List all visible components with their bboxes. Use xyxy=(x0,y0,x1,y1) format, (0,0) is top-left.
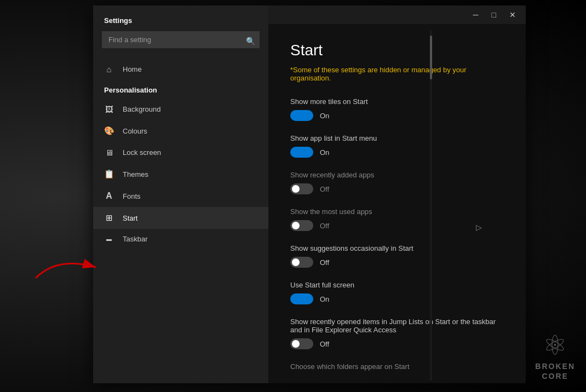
sidebar-item-label-fonts: Fonts xyxy=(123,192,141,200)
toggle-recent-items[interactable] xyxy=(290,338,313,349)
personalisation-label: Personalisation xyxy=(93,82,268,99)
search-input[interactable] xyxy=(102,31,260,48)
setting-suggestions: Show suggestions occasionally in Start O… xyxy=(290,244,504,268)
sidebar-item-label-lock-screen: Lock screen xyxy=(123,148,161,157)
taskbar-icon: ▬ xyxy=(104,236,114,242)
sidebar-item-colours[interactable]: 🎨 Colours xyxy=(93,120,268,142)
toggle-recently-added[interactable] xyxy=(290,183,313,194)
setting-most-used: Show the most used apps Off ▷ xyxy=(290,207,504,231)
content-area: Start *Some of these settings are hidden… xyxy=(268,24,526,383)
sidebar-item-background[interactable]: 🖼 Background xyxy=(93,99,268,120)
lock-screen-icon: 🖥 xyxy=(104,148,114,157)
toggle-value-app-list: On xyxy=(320,148,329,157)
toggle-value-suggestions: Off xyxy=(320,258,329,267)
toggle-value-more-tiles: On xyxy=(320,112,329,120)
sidebar-item-lock-screen[interactable]: 🖥 Lock screen xyxy=(93,142,268,163)
setting-more-tiles: Show more tiles on Start On xyxy=(290,97,504,121)
sidebar-item-label-taskbar: Taskbar xyxy=(123,235,148,243)
search-container: 🔍 xyxy=(93,31,268,57)
home-label: Home xyxy=(123,65,142,73)
main-content: ─ □ ✕ Start *Some of these settings are … xyxy=(268,5,526,383)
setting-label-app-list: Show app list in Start menu xyxy=(290,134,504,142)
sidebar-item-home[interactable]: ⌂ Home xyxy=(93,57,268,82)
settings-window: Settings 🔍 ⌂ Home Personalisation 🖼 Back… xyxy=(93,5,526,383)
chevron-right-icon: ▷ xyxy=(476,223,482,232)
setting-label-full-screen: Use Start full screen xyxy=(290,281,504,289)
setting-label-recently-added: Show recently added apps xyxy=(290,171,504,179)
toggle-suggestions[interactable] xyxy=(290,257,313,268)
sidebar-item-label-start: Start xyxy=(123,214,137,222)
background-icon: 🖼 xyxy=(104,105,114,114)
sidebar-title: Settings xyxy=(93,5,268,31)
setting-label-most-used: Show the most used apps xyxy=(290,207,504,216)
minimize-button[interactable]: ─ xyxy=(470,10,482,20)
setting-recent-items: Show recently opened items in Jump Lists… xyxy=(290,318,504,349)
toggle-value-recent-items: Off xyxy=(320,340,329,348)
sidebar-item-themes[interactable]: 📋 Themes xyxy=(93,163,268,185)
themes-icon: 📋 xyxy=(104,169,114,179)
start-icon: ⊞ xyxy=(104,213,114,223)
search-button[interactable]: 🔍 xyxy=(245,36,256,47)
toggle-most-used[interactable] xyxy=(290,220,313,231)
sidebar-item-taskbar[interactable]: ▬ Taskbar xyxy=(93,229,268,249)
sidebar-item-label-background: Background xyxy=(123,105,160,113)
setting-recently-added: Show recently added apps Off xyxy=(290,171,504,194)
colours-icon: 🎨 xyxy=(104,126,114,136)
close-button[interactable]: ✕ xyxy=(506,10,519,20)
title-bar: ─ □ ✕ xyxy=(268,5,526,24)
sidebar-item-start[interactable]: ⊞ Start xyxy=(93,207,268,229)
page-title: Start xyxy=(290,42,504,59)
toggle-value-full-screen: On xyxy=(320,295,329,303)
setting-label-suggestions: Show suggestions occasionally in Start xyxy=(290,244,504,252)
toggle-value-most-used: Off xyxy=(320,222,329,230)
setting-choose-folders: Choose which folders appear on Start xyxy=(290,362,504,371)
setting-label-more-tiles: Show more tiles on Start xyxy=(290,97,504,106)
toggle-value-recently-added: Off xyxy=(320,185,329,193)
setting-full-screen: Use Start full screen On xyxy=(290,281,504,304)
home-icon: ⌂ xyxy=(104,65,114,74)
org-warning: *Some of these settings are hidden or ma… xyxy=(290,66,504,82)
scrollbar-track[interactable] xyxy=(430,30,432,381)
setting-label-recent-items: Show recently opened items in Jump Lists… xyxy=(290,318,504,334)
sidebar-item-fonts[interactable]: A Fonts xyxy=(93,185,268,207)
fonts-icon: A xyxy=(104,191,114,201)
setting-label-choose-folders: Choose which folders appear on Start xyxy=(290,362,504,371)
scrollbar-thumb[interactable] xyxy=(430,36,432,79)
setting-app-list: Show app list in Start menu On xyxy=(290,134,504,158)
sidebar-item-label-colours: Colours xyxy=(123,127,147,135)
sidebar: Settings 🔍 ⌂ Home Personalisation 🖼 Back… xyxy=(93,5,268,383)
toggle-more-tiles[interactable] xyxy=(290,110,313,121)
toggle-app-list[interactable] xyxy=(290,147,313,158)
sidebar-item-label-themes: Themes xyxy=(123,170,148,178)
toggle-full-screen[interactable] xyxy=(290,293,313,304)
maximize-button[interactable]: □ xyxy=(489,10,499,20)
